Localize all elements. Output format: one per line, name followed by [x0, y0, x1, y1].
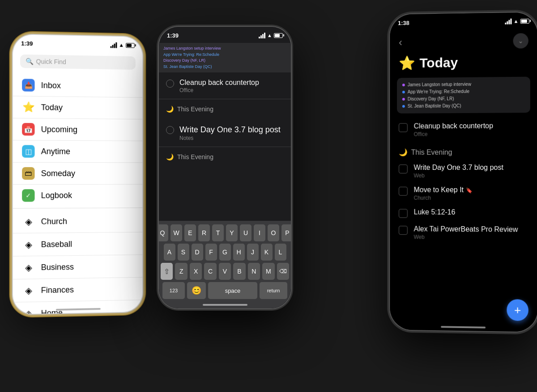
task-blog-mid[interactable]: Write Day One 3.7 blog post Notes — [159, 116, 291, 147]
key-z[interactable]: Z — [175, 263, 187, 280]
area-icon-finances: ◈ — [22, 284, 34, 297]
quick-find-bar[interactable]: 🔍 Quick Find — [20, 55, 136, 70]
nav-item-today[interactable]: ⭐ Today — [13, 96, 143, 119]
key-o[interactable]: O — [268, 224, 279, 241]
status-icons-right: ▲ — [505, 18, 529, 24]
key-e[interactable]: E — [184, 224, 196, 241]
task-cleanup-right[interactable]: Cleanup back countertop Office — [390, 118, 537, 141]
task-info-luke-right: Luke 5:12-16 — [414, 208, 456, 216]
key-l[interactable]: L — [275, 244, 286, 261]
key-k[interactable]: K — [261, 244, 273, 261]
task-moveit-right[interactable]: Move to Keep It 🔖 Church — [390, 182, 537, 205]
area-home[interactable]: ◈ Home — [13, 300, 143, 314]
task-cleanup-mid[interactable]: Cleanup back countertop Office — [159, 73, 291, 99]
chevron-down-icon: ⌄ — [518, 37, 524, 44]
plus-icon: + — [514, 303, 521, 317]
task-info-cleanup-right: Cleanup back countertop Office — [414, 122, 493, 138]
checkbox-blog-mid[interactable] — [166, 126, 174, 134]
upcoming-icon: 📅 — [22, 123, 34, 135]
nav-item-anytime[interactable]: ◫ Anytime — [13, 140, 143, 163]
key-space[interactable]: space — [208, 282, 257, 299]
phone-left: 1:39 ▲ 🔍 Q — [13, 34, 143, 314]
kb-row-bottom: 123 😊 space return — [161, 282, 289, 299]
phone-mid: 1:39 ▲ James Langston setu — [159, 27, 291, 308]
key-w[interactable]: W — [170, 224, 182, 241]
checkbox-cleanup-right[interactable] — [399, 123, 408, 132]
time-right: 1:38 — [398, 19, 409, 26]
task-luke-right[interactable]: Luke 5:12-16 — [390, 204, 537, 222]
key-a[interactable]: A — [164, 244, 175, 261]
quick-find-label: Quick Find — [36, 58, 66, 65]
area-church[interactable]: ◈ Church — [13, 210, 143, 233]
key-return[interactable]: return — [260, 282, 287, 299]
key-j[interactable]: J — [247, 244, 259, 261]
area-finances[interactable]: ◈ Finances — [13, 278, 143, 303]
nav-item-inbox[interactable]: 📥 Inbox — [13, 74, 143, 98]
back-button[interactable]: ‹ — [399, 36, 402, 49]
circle-down-button[interactable]: ⌄ — [513, 33, 528, 49]
status-icons-left: ▲ — [111, 42, 135, 48]
cal-text-1: James Langston setup interview — [408, 81, 471, 89]
today-title-text: Today — [419, 55, 458, 71]
star-icon: ⭐ — [399, 55, 415, 71]
key-y[interactable]: Y — [226, 224, 238, 241]
key-c[interactable]: C — [204, 263, 216, 280]
task-sub-moveit-right: Church — [414, 195, 473, 201]
key-g[interactable]: G — [219, 244, 231, 261]
battery-icon-right — [520, 18, 529, 23]
area-baseball[interactable]: ◈ Baseball — [13, 232, 143, 257]
evening-label-right: This Evening — [411, 148, 452, 156]
key-shift[interactable]: ⇧ — [161, 263, 173, 280]
task-alex-right[interactable]: Alex Tai PowerBeats Pro Review Web — [390, 221, 537, 244]
cal-event-right-3: Discovery Day (NF, LR) — [402, 95, 525, 103]
key-r[interactable]: R — [198, 224, 210, 241]
key-h[interactable]: H — [233, 244, 245, 261]
moon-icon-mid-2: 🌙 — [166, 153, 174, 160]
evening-label-mid: This Evening — [177, 105, 213, 113]
checkbox-cleanup-mid[interactable] — [166, 80, 174, 88]
cal-dot-3 — [402, 98, 405, 101]
time-left: 1:39 — [21, 40, 33, 47]
key-123[interactable]: 123 — [162, 282, 185, 299]
key-d[interactable]: D — [192, 244, 203, 261]
calendar-events-right: James Langston setup interview App We're… — [397, 77, 530, 114]
checkbox-luke-right[interactable] — [399, 209, 408, 218]
key-x[interactable]: X — [190, 263, 202, 280]
home-indicator-mid — [203, 304, 247, 306]
time-mid: 1:39 — [167, 32, 179, 39]
area-icon-church: ◈ — [22, 215, 34, 228]
checkbox-blog-right[interactable] — [399, 164, 408, 173]
area-label-business: Business — [41, 262, 74, 272]
task-blog-right[interactable]: Write Day One 3.7 blog post Web — [390, 160, 537, 182]
nav-item-upcoming[interactable]: 📅 Upcoming — [13, 118, 143, 141]
key-f[interactable]: F — [205, 244, 217, 261]
key-i[interactable]: I — [254, 224, 265, 241]
cal-dot-1 — [402, 84, 405, 86]
nav-item-someday[interactable]: 🗃 Someday — [13, 163, 143, 185]
area-business[interactable]: ◈ Business — [13, 255, 143, 279]
today-icon: ⭐ — [22, 101, 34, 114]
nav-item-logbook[interactable]: ✓ Logbook — [13, 185, 143, 207]
add-task-button[interactable]: + — [507, 299, 528, 321]
inbox-icon: 📥 — [22, 79, 34, 92]
key-delete[interactable]: ⌫ — [277, 263, 289, 280]
key-p[interactable]: P — [281, 224, 291, 241]
kb-row-3: ⇧ Z X C V B N M ⌫ — [161, 263, 289, 280]
wifi-icon-right: ▲ — [514, 18, 519, 24]
key-n[interactable]: N — [248, 263, 260, 280]
key-t[interactable]: T — [212, 224, 224, 241]
key-emoji[interactable]: 😊 — [187, 282, 206, 299]
key-q[interactable]: Q — [159, 224, 168, 241]
upcoming-label: Upcoming — [41, 125, 77, 135]
key-v[interactable]: V — [219, 263, 231, 280]
key-u[interactable]: U — [240, 224, 251, 241]
cal-event-3: Discovery Day (NF, LR) — [163, 58, 286, 64]
checkbox-moveit-right[interactable] — [399, 187, 408, 196]
checkbox-alex-right[interactable] — [399, 226, 408, 235]
right-header: ‹ ⌄ — [390, 29, 537, 53]
area-label-church: Church — [41, 217, 67, 226]
key-s[interactable]: S — [178, 244, 189, 261]
key-m[interactable]: M — [262, 263, 274, 280]
cal-dot-4 — [402, 105, 405, 108]
key-b[interactable]: B — [233, 263, 245, 280]
